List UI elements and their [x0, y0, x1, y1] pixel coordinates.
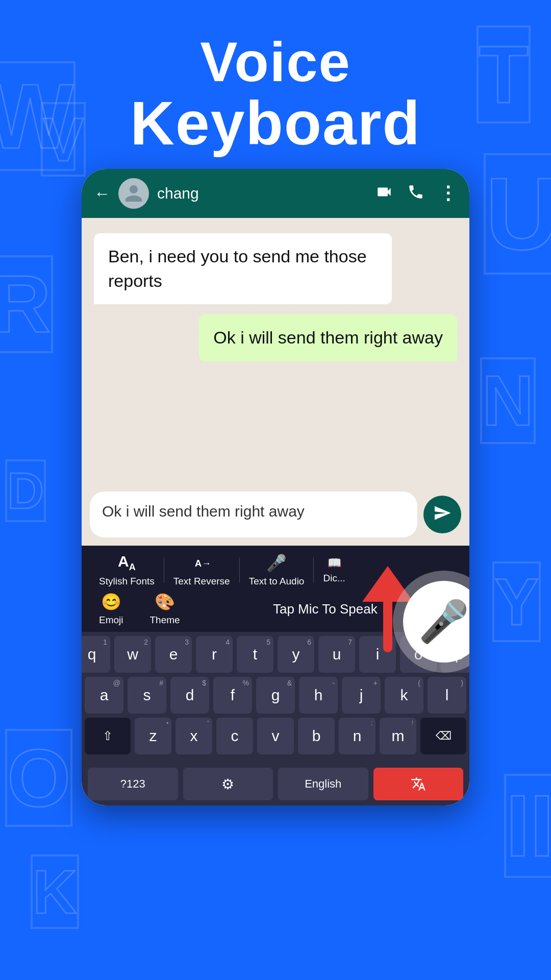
key-x[interactable]: "x: [176, 718, 212, 754]
stylish-fonts-icon: AA: [118, 553, 136, 573]
keyboard-bottom-bar: ?123 ⚙ English: [82, 763, 469, 805]
key-row-2: @a #s $d %f &g -h +j (k )l: [85, 677, 466, 714]
key-t[interactable]: 5t: [237, 636, 273, 673]
dictionary-label: Dic...: [323, 573, 345, 584]
text-reverse-label: Text Reverse: [173, 576, 230, 587]
key-s[interactable]: #s: [128, 677, 166, 714]
chat-header: ← chang ⋮: [82, 169, 469, 218]
dictionary-button[interactable]: 📖 Dic...: [314, 556, 354, 584]
send-icon: [433, 504, 452, 526]
key-d[interactable]: $d: [170, 677, 209, 714]
key-shift[interactable]: ⇧: [85, 718, 131, 754]
message-received-text: Ben, i need you to send me those reports: [108, 247, 367, 290]
emoji-icon: 😊: [101, 592, 121, 611]
key-y[interactable]: 6y: [278, 636, 314, 673]
phone-mockup: ← chang ⋮ Ben, i need you to send me tho…: [82, 169, 469, 805]
key-u[interactable]: 7u: [318, 636, 355, 673]
emoji-button[interactable]: 😊 Emoji: [90, 592, 133, 626]
key-w[interactable]: 2w: [114, 636, 151, 673]
stylish-fonts-label: Stylish Fonts: [99, 576, 155, 587]
svg-text:A→: A→: [195, 558, 210, 569]
more-options-icon[interactable]: ⋮: [439, 183, 457, 204]
video-call-icon[interactable]: [375, 183, 393, 204]
key-k[interactable]: (k: [385, 677, 423, 714]
mic-outer-circle: 🎤: [393, 571, 469, 673]
message-sent: Ok i will send them right away: [199, 314, 457, 361]
phone-call-icon[interactable]: [407, 183, 424, 204]
key-c[interactable]: c: [216, 718, 253, 754]
chat-area: Ben, i need you to send me those reports…: [82, 218, 469, 483]
text-reverse-icon: A→: [193, 553, 210, 573]
title-line2: Keyboard: [0, 92, 551, 154]
send-button[interactable]: [423, 496, 461, 533]
key-i[interactable]: 8i: [359, 636, 396, 673]
key-r[interactable]: 4r: [196, 636, 233, 673]
key-row-3: ⇧ •z "x c v b ;n !m ⌫: [85, 718, 466, 754]
text-to-audio-button[interactable]: 🎤 Text to Audio: [240, 553, 314, 587]
key-v[interactable]: v: [257, 718, 294, 754]
key-a[interactable]: @a: [85, 677, 123, 714]
key-j[interactable]: +j: [342, 677, 381, 714]
key-q[interactable]: 1q: [82, 636, 110, 673]
key-e[interactable]: 3e: [155, 636, 192, 673]
key-n[interactable]: ;n: [339, 718, 375, 754]
emoji-label: Emoji: [99, 615, 123, 626]
text-to-audio-icon: 🎤: [266, 553, 287, 573]
message-sent-text: Ok i will send them right away: [213, 328, 443, 347]
theme-label: Theme: [150, 615, 180, 626]
title-area: Voice Keyboard: [0, 0, 551, 169]
title-line1: Voice: [0, 31, 551, 92]
theme-icon: 🎨: [155, 592, 175, 611]
key-l[interactable]: )l: [428, 677, 466, 714]
key-translate[interactable]: [373, 768, 464, 800]
contact-name: chang: [157, 185, 367, 202]
key-settings[interactable]: ⚙: [183, 768, 273, 800]
avatar: [118, 178, 149, 209]
input-bar: Ok i will send them right away: [82, 483, 469, 546]
text-to-audio-label: Text to Audio: [249, 576, 305, 587]
key-b[interactable]: b: [298, 718, 335, 754]
key-z[interactable]: •z: [135, 718, 171, 754]
key-space[interactable]: English: [278, 768, 368, 800]
theme-button[interactable]: 🎨 Theme: [141, 592, 189, 626]
mic-overlay-area: 🎤: [393, 571, 469, 673]
mic-inner-circle[interactable]: 🎤: [403, 581, 469, 663]
key-h[interactable]: -h: [299, 677, 338, 714]
back-button[interactable]: ←: [94, 184, 110, 203]
key-backspace[interactable]: ⌫: [420, 718, 466, 754]
key-numbers[interactable]: ?123: [88, 768, 178, 800]
key-m[interactable]: !m: [380, 718, 416, 754]
stylish-fonts-button[interactable]: AA Stylish Fonts: [90, 553, 164, 587]
key-g[interactable]: &g: [256, 677, 295, 714]
key-f[interactable]: %f: [213, 677, 252, 714]
dictionary-icon: 📖: [328, 556, 341, 570]
mic-large-icon[interactable]: 🎤: [418, 598, 469, 646]
text-reverse-button[interactable]: A→ Text Reverse: [164, 553, 239, 587]
tap-mic-text: Tap Mic To Speak: [273, 601, 378, 617]
message-input[interactable]: Ok i will send them right away: [90, 492, 417, 537]
message-received: Ben, i need you to send me those reports: [94, 233, 392, 304]
header-icons: ⋮: [375, 183, 457, 204]
